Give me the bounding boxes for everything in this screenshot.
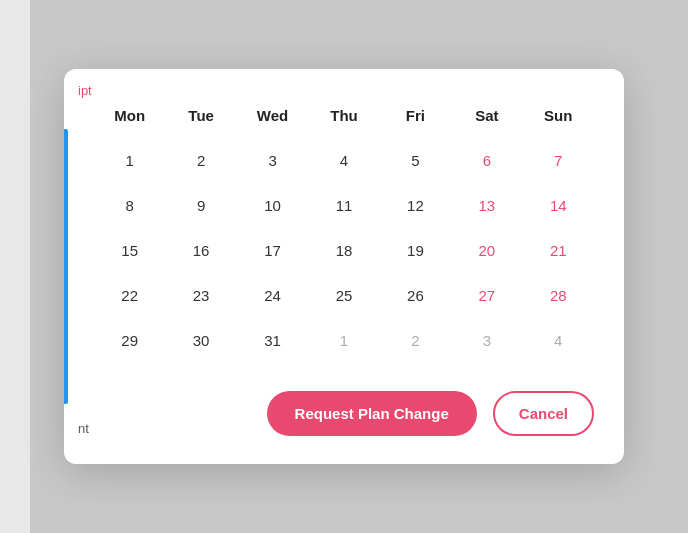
day-cell[interactable]: 2 [380, 318, 451, 363]
day-cell[interactable]: 14 [523, 183, 594, 228]
bottom-hint-text: nt [78, 421, 89, 436]
day-cell[interactable]: 25 [308, 273, 379, 318]
calendar: MonTueWedThuFriSatSun 123456789101112131… [94, 99, 594, 363]
day-cell[interactable]: 4 [308, 138, 379, 183]
day-cell[interactable]: 4 [523, 318, 594, 363]
day-cell[interactable]: 28 [523, 273, 594, 318]
day-cell[interactable]: 21 [523, 228, 594, 273]
day-cell[interactable]: 7 [523, 138, 594, 183]
day-name-wed: Wed [237, 99, 308, 134]
day-cell[interactable]: 19 [380, 228, 451, 273]
day-cell[interactable]: 3 [237, 138, 308, 183]
day-cell[interactable]: 9 [165, 183, 236, 228]
request-plan-change-button[interactable]: Request Plan Change [267, 391, 477, 436]
day-cell[interactable]: 30 [165, 318, 236, 363]
day-name-fri: Fri [380, 99, 451, 134]
day-cell[interactable]: 31 [237, 318, 308, 363]
day-cell[interactable]: 10 [237, 183, 308, 228]
day-cell[interactable]: 24 [237, 273, 308, 318]
day-name-thu: Thu [308, 99, 379, 134]
day-cell[interactable]: 11 [308, 183, 379, 228]
day-name-sat: Sat [451, 99, 522, 134]
day-cell[interactable]: 12 [380, 183, 451, 228]
day-cell[interactable]: 26 [380, 273, 451, 318]
day-cell[interactable]: 22 [94, 273, 165, 318]
day-name-mon: Mon [94, 99, 165, 134]
day-cell[interactable]: 18 [308, 228, 379, 273]
day-cell[interactable]: 23 [165, 273, 236, 318]
day-cell[interactable]: 27 [451, 273, 522, 318]
day-name-tue: Tue [165, 99, 236, 134]
top-hint-text: ipt [78, 83, 92, 98]
day-cell[interactable]: 13 [451, 183, 522, 228]
day-cell[interactable]: 29 [94, 318, 165, 363]
action-buttons: Request Plan Change Cancel [94, 391, 594, 436]
day-cell[interactable]: 1 [308, 318, 379, 363]
day-name-sun: Sun [523, 99, 594, 134]
calendar-modal: ipt nt MonTueWedThuFriSatSun 12345678910… [64, 69, 624, 464]
cancel-button[interactable]: Cancel [493, 391, 594, 436]
day-cell[interactable]: 1 [94, 138, 165, 183]
calendar-grid: 1234567891011121314151617181920212223242… [94, 138, 594, 363]
day-cell[interactable]: 2 [165, 138, 236, 183]
day-cell[interactable]: 6 [451, 138, 522, 183]
day-cell[interactable]: 5 [380, 138, 451, 183]
calendar-header: MonTueWedThuFriSatSun [94, 99, 594, 134]
day-cell[interactable]: 17 [237, 228, 308, 273]
day-cell[interactable]: 15 [94, 228, 165, 273]
day-cell[interactable]: 8 [94, 183, 165, 228]
day-cell[interactable]: 20 [451, 228, 522, 273]
day-cell[interactable]: 3 [451, 318, 522, 363]
day-cell[interactable]: 16 [165, 228, 236, 273]
